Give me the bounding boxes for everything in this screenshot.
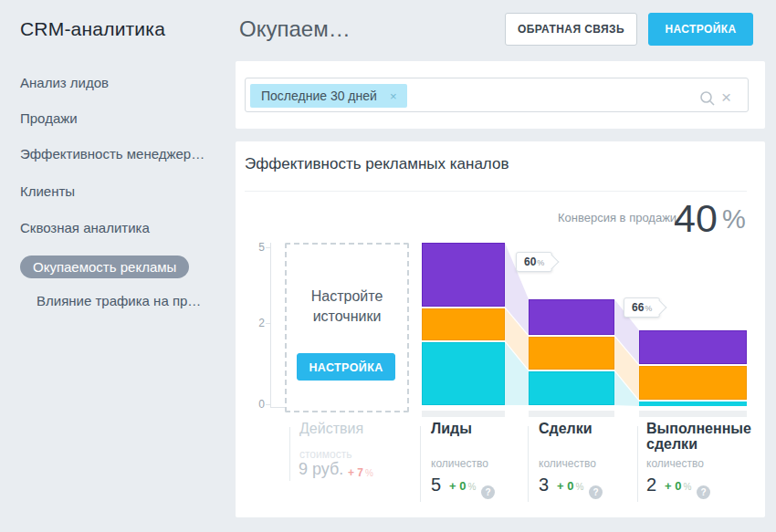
report-title: Эффективность рекламных каналов [245,155,509,173]
y-tickmark-0 [266,404,270,405]
y-tick-label-2: 2 [252,317,265,329]
stat-delta-leads: + 0% [449,479,476,493]
completed-cyan-segment[interactable] [639,402,747,406]
sidebar-item-lead-analysis[interactable]: Анализ лидов [20,75,109,90]
help-icon-deals[interactable]: ? [589,485,603,499]
stat-title-leads: Лиды [431,421,472,436]
leads-orange-segment[interactable] [422,308,505,340]
stats-divider-completed [637,426,638,502]
help-icon-completed[interactable]: ? [697,485,710,499]
stat-metric-deals: количество [539,457,596,470]
stat-value-actions: 9 руб. [299,460,343,479]
page-title: Окупаем… [239,16,351,42]
help-icon-leads[interactable]: ? [481,485,495,499]
stat-delta-completed: + 0% [665,479,691,493]
conversion-value: 40 [674,196,718,241]
conversion-callout-60: 60% [516,252,552,272]
sidebar-title: CRM-аналитика [20,18,165,40]
filter-tag-label: Последние 30 дней [261,89,377,103]
setup-sources-text: Настройте источники [285,287,409,327]
stat-title-completed: Выполненные сделки [646,421,749,452]
setup-sources-box [285,243,409,412]
stat-delta-actions: + 7% [348,466,373,479]
deals-cyan-segment[interactable] [529,371,614,405]
sidebar-item-sales[interactable]: Продажи [20,110,78,126]
stat-value-leads: 5 [431,475,441,495]
feedback-button[interactable]: ОБРАТНАЯ СВЯЗЬ [505,13,637,46]
card-divider [245,191,747,192]
settings-button[interactable]: НАСТРОЙКА [648,13,753,46]
deals-orange-segment[interactable] [529,337,614,370]
stats-divider-actions [289,427,290,481]
stat-delta-deals: + 0% [557,479,583,493]
stat-title-deals: Сделки [539,421,592,436]
sidebar-item-clients[interactable]: Клиенты [20,183,75,199]
y-tick-label-5: 5 [252,241,265,254]
deals-purple-segment[interactable] [529,299,614,335]
stat-title-actions: Действия [299,421,363,436]
y-axis-line [270,243,271,408]
y-tickmark-5 [266,247,270,248]
stat-metric-completed: количество [646,457,704,470]
sidebar-item-ad-payback-active[interactable]: Окупаемость рекламы [20,256,189,278]
sidebar-item-end-to-end-analytics[interactable]: Сквозная аналитика [20,220,150,235]
conversion-unit: % [722,204,746,235]
sidebar-item-manager-efficiency[interactable]: Эффективность менеджер… [20,146,204,162]
completed-purple-segment[interactable] [639,330,747,364]
stat-metric-actions: стоимость [299,448,351,461]
clear-icon[interactable]: × [721,88,731,108]
tag-remove-icon[interactable]: × [390,89,397,103]
leads-cyan-segment[interactable] [422,342,505,405]
stats-divider-leads [420,426,421,502]
app-window: CRM-аналитика Анализ лидов Продажи Эффек… [0,0,776,532]
leads-purple-segment[interactable] [422,243,505,307]
stats-divider-deals [528,426,529,502]
stat-metric-leads: количество [431,457,488,470]
stat-value-completed: 2 [646,475,656,495]
setup-sources-button[interactable]: НАСТРОЙКА [297,353,395,381]
y-tickmark-2 [266,323,270,324]
conversion-label: Конверсия в продажи [558,211,676,224]
deals-bar-shadow [529,411,614,417]
leads-bar-shadow [422,411,505,417]
y-tick-label-0: 0 [252,398,265,411]
sidebar-item-traffic-influence[interactable]: Влияние трафика на пр… [37,293,201,308]
filter-tag-last-30-days[interactable]: Последние 30 дней× [250,84,407,108]
completed-bar-shadow [639,411,747,417]
completed-orange-segment[interactable] [639,366,747,400]
search-icon[interactable] [699,90,716,110]
conversion-callout-66: 66% [624,297,660,318]
stat-value-deals: 3 [539,475,549,495]
x-axis-line [270,407,285,408]
